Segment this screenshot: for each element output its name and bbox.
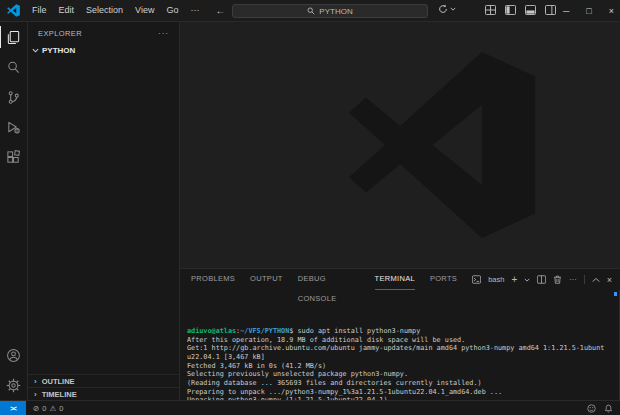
chevron-down-icon (450, 6, 456, 12)
toolbar-separator (584, 275, 585, 284)
menu-selection[interactable]: Selection (80, 0, 129, 21)
folder-name: PYTHON (42, 46, 75, 55)
close-panel-icon[interactable]: × (607, 275, 612, 285)
feedback-smiley-icon[interactable] (587, 404, 596, 413)
warnings-count: 0 (59, 404, 63, 413)
chevron-right-icon: › (34, 377, 37, 386)
settings-gear-icon[interactable] (0, 370, 28, 400)
terminal-line: Preparing to unpack .../python3-numpy_1%… (187, 388, 612, 397)
minimize-button[interactable]: ─ (563, 6, 569, 16)
toggle-sidebar-left-icon[interactable] (505, 5, 516, 15)
toggle-panel-icon[interactable] (525, 5, 536, 15)
terminal-line: Fetched 3,467 kB in 0s (41.2 MB/s) (187, 362, 612, 371)
errors-count: 0 (42, 404, 46, 413)
explorer-title: EXPLORER (38, 29, 82, 38)
activity-source-control-icon[interactable] (0, 82, 28, 112)
maximize-panel-icon[interactable] (592, 276, 600, 284)
close-button[interactable]: × (609, 6, 614, 16)
menu-view[interactable]: View (129, 0, 160, 21)
vscode-watermark-icon (347, 50, 537, 240)
title-bar: File Edit Selection View Go ··· ← → PYTH… (0, 0, 620, 22)
activity-explorer-icon[interactable] (0, 22, 28, 52)
panel-more-actions[interactable]: ··· (569, 275, 577, 284)
activity-bar (0, 22, 28, 400)
menu-file[interactable]: File (26, 0, 53, 21)
main-area: PROBLEMS OUTPUT DEBUG CONSOLE TERMINAL P… (180, 22, 620, 400)
folder-python[interactable]: PYTHON (28, 43, 179, 58)
tab-terminal[interactable]: TERMINAL (375, 269, 415, 290)
toggle-sidebar-right-icon[interactable] (545, 5, 556, 15)
search-icon (307, 7, 315, 15)
panel-tab-bar: PROBLEMS OUTPUT DEBUG CONSOLE TERMINAL P… (180, 269, 620, 290)
terminal-shell-icon (472, 275, 481, 284)
terminal-line: After this operation, 18.9 MB of additio… (187, 336, 612, 345)
split-terminal-icon[interactable] (537, 275, 546, 284)
vscode-logo-icon (7, 4, 20, 17)
sync-dropdown[interactable] (438, 4, 456, 14)
terminal-line: Selecting previously unselected package … (187, 370, 612, 379)
errors-icon: ⊘ (33, 404, 39, 413)
explorer-more-actions[interactable]: ··· (158, 29, 169, 38)
menu-edit[interactable]: Edit (53, 0, 81, 21)
editor-empty-area (180, 22, 620, 268)
tab-problems[interactable]: PROBLEMS (191, 269, 235, 290)
new-terminal-button[interactable]: + (511, 274, 517, 285)
customize-layout-icon[interactable] (485, 5, 496, 15)
terminal-dropdown-icon[interactable] (524, 277, 530, 283)
command-center-text: PYTHON (319, 7, 352, 16)
problems-status[interactable]: ⊘ 0 ⚠ 0 (33, 404, 63, 413)
terminal-output[interactable]: adiuvo@atlas:~/VFS/PYTHON$ sudo apt inst… (180, 290, 620, 400)
maximize-button[interactable]: □ (586, 6, 591, 16)
activity-search-icon[interactable] (0, 52, 28, 82)
back-arrow-icon[interactable]: ← (215, 5, 225, 16)
menu-go[interactable]: Go (160, 0, 184, 21)
outline-label: OUTLINE (42, 377, 75, 386)
activity-run-debug-icon[interactable] (0, 112, 28, 142)
status-bar: >< ⊘ 0 ⚠ 0 (0, 400, 620, 415)
tab-ports[interactable]: PORTS (430, 269, 457, 290)
terminal-line: (Reading database ... 365693 files and d… (187, 379, 612, 388)
tab-output[interactable]: OUTPUT (250, 269, 283, 290)
menu-overflow[interactable]: ··· (184, 0, 205, 21)
timeline-section-header[interactable]: › TIMELINE (28, 387, 179, 400)
remote-indicator[interactable]: >< (0, 401, 26, 415)
sync-icon (438, 4, 448, 14)
chevron-right-icon: › (34, 390, 37, 399)
kill-terminal-trash-icon[interactable] (553, 275, 562, 284)
outline-section-header[interactable]: › OUTLINE (28, 374, 179, 387)
scrollbar-command-decoration (614, 292, 617, 296)
activity-extensions-icon[interactable] (0, 142, 28, 172)
tab-debug-console[interactable]: DEBUG CONSOLE (298, 269, 360, 290)
terminal-line: u22.04.1 [3,467 kB] (187, 353, 612, 362)
bottom-panel: PROBLEMS OUTPUT DEBUG CONSOLE TERMINAL P… (180, 268, 620, 400)
terminal-line: adiuvo@atlas:~/VFS/PYTHON$ sudo apt inst… (187, 327, 612, 336)
explorer-sidebar: EXPLORER ··· PYTHON › OUTLINE › TIMELINE (28, 22, 180, 400)
shell-label[interactable]: bash (488, 275, 504, 284)
timeline-label: TIMELINE (42, 390, 77, 399)
terminal-line: Get:1 http://gb.archive.ubuntu.com/ubunt… (187, 344, 612, 353)
notifications-bell-icon[interactable] (604, 404, 613, 413)
chevron-down-icon (32, 47, 39, 54)
remote-icon: >< (10, 405, 16, 412)
warnings-icon: ⚠ (49, 404, 56, 413)
command-center-search[interactable]: PYTHON (232, 4, 428, 18)
account-icon[interactable] (0, 340, 28, 370)
